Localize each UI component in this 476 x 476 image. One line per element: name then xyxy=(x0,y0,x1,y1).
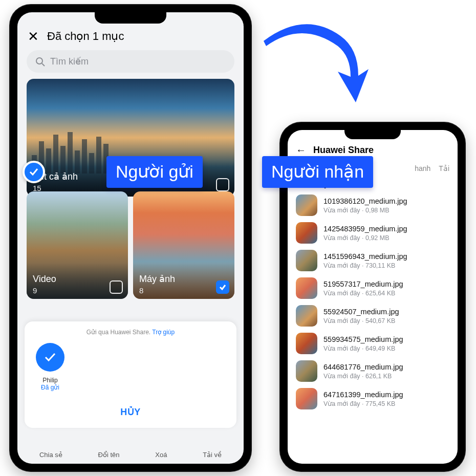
file-row[interactable]: 1019386120_medium.jpgVừa mới đây · 0,98 … xyxy=(288,191,458,219)
album-video[interactable]: Video 9 xyxy=(27,191,128,299)
tab-partial[interactable]: Tải xyxy=(439,164,449,172)
file-thumbnail xyxy=(296,333,317,354)
album-count: 9 xyxy=(33,286,37,295)
sender-label: Người gửi xyxy=(106,156,203,188)
file-thumbnail xyxy=(296,277,317,299)
svg-point-0 xyxy=(36,58,42,64)
album-camera[interactable]: Máy ảnh 8 xyxy=(133,191,234,299)
action-delete[interactable]: Xoá xyxy=(155,451,167,459)
file-row[interactable]: 644681776_medium.jpgVừa mới đây · 626,1 … xyxy=(288,357,458,385)
file-thumbnail xyxy=(296,360,317,382)
action-download[interactable]: Tải về xyxy=(203,451,222,459)
checkbox[interactable] xyxy=(110,280,123,294)
file-meta: Vừa mới đây · 0,92 MB xyxy=(323,234,407,242)
file-name: 1019386120_medium.jpg xyxy=(323,197,407,205)
search-icon xyxy=(35,56,45,67)
file-name: 55924507_medium.jpg xyxy=(323,308,399,316)
file-thumbnail xyxy=(296,194,317,216)
share-panel: Gửi qua Huawei Share. Trợ giúp Philip Đã… xyxy=(25,321,236,428)
bottom-action-bar: Chia sẻ Đổi tên Xoá Tải về xyxy=(17,451,244,459)
cancel-button[interactable]: HỦY xyxy=(32,401,229,419)
file-thumbnail xyxy=(296,388,317,409)
file-meta: Vừa mới đây · 649,49 KB xyxy=(323,344,403,352)
file-row[interactable]: 55924507_medium.jpgVừa mới đây · 540,67 … xyxy=(288,302,458,330)
sender-phone-frame: ✕ Đã chọn 1 mục Tìm kiếm Tất cả ảnh 15 xyxy=(10,5,251,471)
file-row[interactable]: 519557317_medium.jpgVừa mới đây · 625,64… xyxy=(288,274,458,302)
file-meta: Vừa mới đây · 626,1 KB xyxy=(323,372,403,380)
file-meta: Vừa mới đây · 775,45 KB xyxy=(323,400,403,407)
check-icon xyxy=(219,283,227,291)
file-meta: Vừa mới đây · 0,98 MB xyxy=(323,206,407,214)
back-icon[interactable]: ← xyxy=(296,144,306,156)
recipient-status: Đã gửi xyxy=(36,384,64,391)
action-share[interactable]: Chia sẻ xyxy=(39,451,62,459)
notch xyxy=(344,130,401,139)
file-name: 647161399_medium.jpg xyxy=(323,391,403,399)
file-meta: Vừa mới đây · 540,67 KB xyxy=(323,317,399,324)
file-name: 559934575_medium.jpg xyxy=(323,335,403,343)
album-title: Video xyxy=(33,274,56,285)
check-icon xyxy=(44,351,57,364)
recipient-avatar xyxy=(36,343,64,372)
close-icon[interactable]: ✕ xyxy=(28,30,39,43)
search-input[interactable]: Tìm kiếm xyxy=(27,50,234,73)
file-thumbnail xyxy=(296,305,317,327)
help-link[interactable]: Trợ giúp xyxy=(152,329,175,336)
file-meta: Vừa mới đây · 730,11 KB xyxy=(323,262,407,269)
receiver-label: Người nhận xyxy=(262,156,373,188)
file-row[interactable]: 1425483959_medium.jpgVừa mới đây · 0,92 … xyxy=(288,219,458,247)
file-meta: Vừa mới đây · 625,64 KB xyxy=(323,289,403,297)
tab-partial[interactable]: hanh xyxy=(415,164,430,172)
page-title: Đã chọn 1 mục xyxy=(47,30,124,43)
share-recipient[interactable]: Philip Đã gửi xyxy=(32,343,229,391)
file-name: 1451596943_medium.jpg xyxy=(323,252,407,261)
action-rename[interactable]: Đổi tên xyxy=(98,451,120,459)
search-placeholder: Tìm kiếm xyxy=(50,56,89,67)
checkbox-checked[interactable] xyxy=(216,280,229,294)
page-title: Huawei Share xyxy=(313,145,374,156)
selection-badge xyxy=(23,161,45,183)
file-thumbnail xyxy=(296,222,317,244)
file-row[interactable]: 1451596943_medium.jpgVừa mới đây · 730,1… xyxy=(288,247,458,274)
album-count: 8 xyxy=(139,286,143,295)
check-icon xyxy=(28,166,39,178)
file-row[interactable]: 559934575_medium.jpgVừa mới đây · 649,49… xyxy=(288,330,458,357)
file-row[interactable]: 647161399_medium.jpgVừa mới đây · 775,45… xyxy=(288,385,458,413)
file-name: 644681776_medium.jpg xyxy=(323,363,403,371)
flow-arrow xyxy=(261,20,374,123)
album-title: Máy ảnh xyxy=(139,273,175,285)
svg-line-1 xyxy=(42,63,45,66)
file-thumbnail xyxy=(296,250,317,271)
share-hint-text: Gửi qua Huawei Share. xyxy=(86,329,150,336)
recipient-name: Philip xyxy=(36,377,64,384)
notch xyxy=(95,12,166,24)
file-list: 1019386120_medium.jpgVừa mới đây · 0,98 … xyxy=(288,191,458,413)
checkbox[interactable] xyxy=(216,178,229,191)
file-name: 1425483959_medium.jpg xyxy=(323,225,407,233)
file-name: 519557317_medium.jpg xyxy=(323,280,403,288)
